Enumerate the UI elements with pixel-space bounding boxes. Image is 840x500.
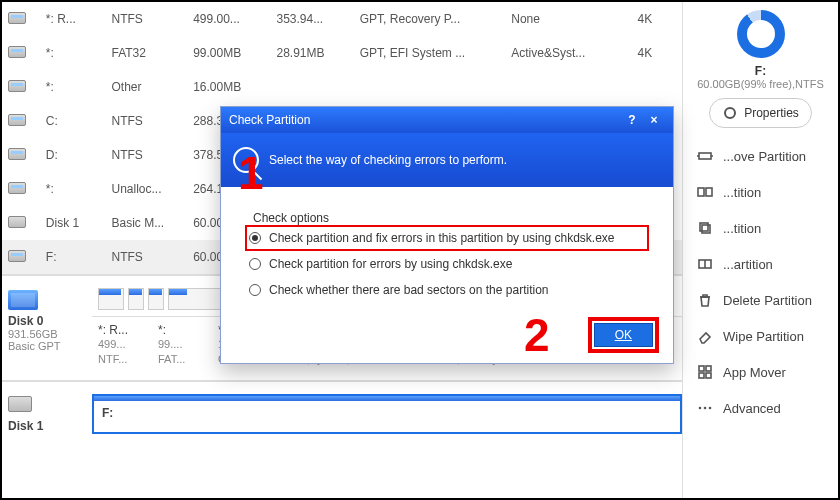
svg-point-15 — [709, 407, 712, 410]
dialog-subtitle: Select the way of checking errors to per… — [269, 153, 507, 167]
col-line2: NTF... — [98, 352, 146, 367]
col-line1: 499... — [98, 337, 146, 352]
col-line2: FAT... — [158, 352, 206, 367]
cell-drv: *: — [40, 36, 106, 70]
cell-cluster — [631, 70, 682, 104]
cell-fs: FAT32 — [106, 36, 188, 70]
cell-fs: NTFS — [106, 240, 188, 274]
col-head: *: — [158, 323, 206, 337]
drive-icon — [8, 46, 26, 58]
partition-row[interactable]: *:FAT3299.00MB28.91MBGPT, EFI System ...… — [2, 36, 682, 70]
gear-icon — [722, 105, 738, 121]
cell-status: None — [505, 2, 631, 36]
dialog-titlebar[interactable]: Check Partition ? × — [221, 107, 673, 133]
cell-used: 28.91MB — [270, 36, 353, 70]
sidebar-item-label: ...artition — [723, 257, 773, 272]
check-option-fix-label: Check partition and fix errors in this p… — [269, 231, 615, 245]
check-option-errors[interactable]: Check partition for errors by using chkd… — [245, 251, 649, 277]
sidebar-item[interactable]: ...tition — [693, 174, 828, 210]
disk1-f-label: F: — [102, 406, 113, 420]
cell-size: 499.00... — [187, 2, 270, 36]
ok-highlight: OK — [588, 317, 659, 353]
pie-chart-icon — [737, 10, 785, 58]
cell-drv: C: — [40, 104, 106, 138]
partition-row[interactable]: *: R...NTFS499.00...353.94...GPT, Recove… — [2, 2, 682, 36]
ok-button[interactable]: OK — [594, 323, 653, 347]
sidebar-item-label: Delete Partition — [723, 293, 812, 308]
check-option-badsectors[interactable]: Check whether there are bad sectors on t… — [245, 277, 649, 303]
sidebar-item[interactable]: ...tition — [693, 210, 828, 246]
disk1-f-bar[interactable]: F: — [92, 394, 682, 434]
disk0-bar[interactable] — [98, 288, 124, 310]
clone-icon — [697, 220, 713, 236]
sidebar-item[interactable]: App Mover — [693, 354, 828, 390]
close-button[interactable]: × — [643, 113, 665, 127]
cell-status: Active&Syst... — [505, 36, 631, 70]
cell-drv: *: — [40, 172, 106, 206]
part-icon — [697, 256, 713, 272]
cell-fs: Unalloc... — [106, 172, 188, 206]
disk1-summary: Disk 1 F: — [2, 380, 682, 447]
svg-point-13 — [699, 407, 702, 410]
cell-drv: Disk 1 — [40, 206, 106, 240]
drive-icon — [8, 148, 26, 160]
disk0-name: Disk 0 — [8, 314, 86, 328]
svg-rect-3 — [698, 188, 704, 196]
properties-button[interactable]: Properties — [709, 98, 812, 128]
cell-type — [354, 70, 505, 104]
svg-rect-0 — [699, 153, 711, 159]
drive-icon — [8, 12, 26, 24]
sidebar-item[interactable]: Advanced — [693, 390, 828, 426]
drive-icon — [8, 114, 26, 126]
svg-point-14 — [704, 407, 707, 410]
cell-type: GPT, Recovery P... — [354, 2, 505, 36]
cell-size: 16.00MB — [187, 70, 270, 104]
svg-rect-4 — [706, 188, 712, 196]
dialog-banner: Select the way of checking errors to per… — [221, 133, 673, 187]
annotation-1: 1 — [238, 146, 264, 200]
sidebar-item[interactable]: Delete Partition — [693, 282, 828, 318]
dialog-title: Check Partition — [229, 113, 310, 127]
check-option-errors-label: Check partition for errors by using chkd… — [269, 257, 512, 271]
merge-icon — [697, 184, 713, 200]
col-line1: 99.... — [158, 337, 206, 352]
cell-fs: NTFS — [106, 138, 188, 172]
disk-icon — [8, 216, 26, 228]
check-options-group: Check options Check partition and fix er… — [237, 203, 657, 309]
sidebar-item-label: ...tition — [723, 221, 761, 236]
cell-drv: F: — [40, 240, 106, 274]
sidebar-item[interactable]: ...ove Partition — [693, 138, 828, 174]
cell-status — [505, 70, 631, 104]
svg-rect-10 — [706, 366, 711, 371]
cell-drv: *: R... — [40, 2, 106, 36]
col-head: *: R... — [98, 323, 146, 337]
cell-fs: NTFS — [106, 2, 188, 36]
dots-icon — [697, 400, 713, 416]
disk0-bar[interactable] — [148, 288, 164, 310]
cell-type: GPT, EFI System ... — [354, 36, 505, 70]
annotation-2: 2 — [524, 308, 550, 362]
disk0-col: *:99....FAT... — [152, 323, 212, 368]
help-button[interactable]: ? — [621, 113, 643, 127]
cell-cluster: 4K — [631, 2, 682, 36]
cell-size: 99.00MB — [187, 36, 270, 70]
cell-used: 353.94... — [270, 2, 353, 36]
sidebar-item[interactable]: Wipe Partition — [693, 318, 828, 354]
disk0-scheme: Basic GPT — [8, 340, 86, 352]
properties-label: Properties — [744, 106, 799, 120]
trash-icon — [697, 292, 713, 308]
drive-icon — [8, 80, 26, 92]
cell-cluster: 4K — [631, 36, 682, 70]
partition-row[interactable]: *:Other16.00MB — [2, 70, 682, 104]
drive-icon — [8, 250, 26, 262]
disk0-bar[interactable] — [128, 288, 144, 310]
disk0-col: *: R...499...NTF... — [92, 323, 152, 368]
check-option-fix[interactable]: Check partition and fix errors in this p… — [245, 225, 649, 251]
cell-drv: *: — [40, 70, 106, 104]
cell-fs: NTFS — [106, 104, 188, 138]
selected-partition-name: F: — [693, 64, 828, 78]
svg-rect-12 — [706, 373, 711, 378]
radio-icon — [249, 232, 261, 244]
svg-rect-9 — [699, 366, 704, 371]
sidebar-item[interactable]: ...artition — [693, 246, 828, 282]
